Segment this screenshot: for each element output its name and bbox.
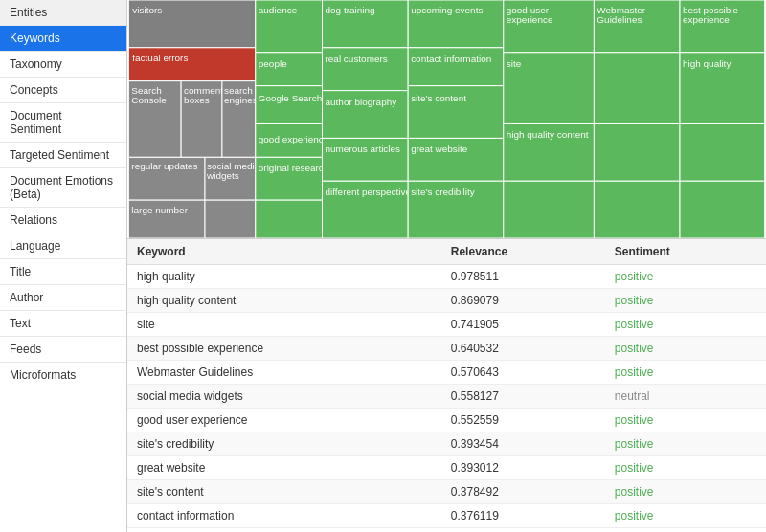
svg-text:Console: Console [131,95,167,105]
sentiment-cell: positive [605,361,766,385]
relevance-cell: 0.393454 [441,432,605,456]
sidebar-item-document-emotions-beta[interactable]: Document Emotions (Beta) [0,168,126,208]
sidebar-item-author[interactable]: Author [0,285,126,311]
relevance-cell: 0.978511 [441,265,605,289]
relevance-cell: 0.552559 [441,409,605,432]
svg-text:Google Search: Google Search [259,93,322,103]
svg-text:numerous articles: numerous articles [326,144,401,154]
svg-text:good experience: good experience [259,134,329,144]
svg-text:site's content: site's content [411,93,466,103]
svg-rect-20 [205,200,256,238]
svg-rect-64 [594,123,680,181]
treemap-area: visitors factual errors Search Console c… [127,0,766,239]
keyword-cell: social media widgets [127,385,441,409]
svg-text:engines: engines [224,95,258,105]
sidebar: EntitiesKeywordsTaxonomyConceptsDocument… [0,0,127,532]
keyword-cell: site's content [127,480,441,504]
sidebar-item-relations[interactable]: Relations [0,208,126,233]
svg-rect-65 [594,181,680,238]
svg-text:regular updates: regular updates [131,161,197,171]
sidebar-item-entities[interactable]: Entities [0,0,126,26]
main-content: visitors factual errors Search Console c… [127,0,766,532]
keyword-cell: high quality content [127,289,441,313]
sentiment-cell: neutral [605,385,766,409]
svg-text:visitors: visitors [132,5,162,15]
svg-text:high quality content: high quality content [507,129,589,140]
svg-text:experience: experience [683,14,730,25]
sidebar-item-concepts[interactable]: Concepts [0,78,126,103]
table-area: Keyword Relevance Sentiment high quality… [127,239,766,532]
keyword-cell: best possible experience [127,337,441,361]
svg-text:high quality: high quality [683,58,731,69]
relevance-cell: 0.393012 [441,456,605,480]
relevance-cell: 0.741905 [441,313,605,337]
svg-text:people: people [259,58,287,69]
svg-text:Guidelines: Guidelines [597,14,642,25]
svg-text:original research: original research [259,163,329,173]
svg-text:real customers: real customers [326,54,388,64]
svg-text:different perspective: different perspective [326,187,412,197]
keyword-cell: contact information [127,504,441,528]
sentiment-cell: positive [605,289,766,313]
keyword-cell: Webmaster Guidelines [127,361,441,385]
sidebar-item-title[interactable]: Title [0,259,126,285]
sidebar-item-keywords[interactable]: Keywords [0,26,126,52]
col-header-keyword: Keyword [127,239,441,265]
svg-text:experience: experience [507,14,553,25]
svg-text:dog training: dog training [326,5,375,15]
sentiment-cell: positive [605,265,766,289]
svg-text:widgets: widgets [206,170,239,181]
col-header-relevance: Relevance [441,239,605,265]
svg-text:contact information: contact information [411,54,491,64]
sidebar-item-taxonomy[interactable]: Taxonomy [0,52,126,78]
sidebar-item-microformats[interactable]: Microformats [0,363,126,388]
keyword-cell: site [127,313,441,337]
sidebar-item-document-sentiment[interactable]: Document Sentiment [0,103,126,143]
keyword-cell: site's credibility [127,432,441,456]
svg-text:factual errors: factual errors [132,53,188,63]
svg-rect-31 [256,200,323,238]
svg-rect-59 [504,181,595,238]
svg-text:author biography: author biography [326,97,397,107]
svg-text:upcoming events: upcoming events [411,5,483,15]
sentiment-cell: positive [605,432,766,456]
table-row: Webmaster Guidelines 0.570643 positive [127,361,766,385]
relevance-cell: 0.376119 [441,504,605,528]
table-row: site's content 0.378492 positive [127,480,766,504]
keyword-cell: good user experience [127,409,441,432]
table-row: high quality content 0.869079 positive [127,289,766,313]
table-row: contact information 0.376119 positive [127,504,766,528]
svg-text:great website: great website [411,144,468,154]
table-row: great website 0.393012 positive [127,456,766,480]
relevance-cell: 0.558127 [441,385,605,409]
sentiment-cell: positive [605,456,766,480]
sidebar-item-feeds[interactable]: Feeds [0,337,126,363]
sentiment-cell: positive [605,480,766,504]
keyword-cell: great website [127,456,441,480]
svg-rect-72 [680,181,765,238]
table-row: high quality 0.978511 positive [127,265,766,289]
table-row: site's credibility 0.393454 positive [127,432,766,456]
sentiment-cell: positive [605,313,766,337]
svg-text:audience: audience [259,5,298,15]
sidebar-item-language[interactable]: Language [0,233,126,259]
table-row: social media widgets 0.558127 neutral [127,385,766,409]
relevance-cell: 0.570643 [441,361,605,385]
sentiment-cell: positive [605,409,766,432]
table-row: best possible experience 0.640532 positi… [127,337,766,361]
sentiment-cell: positive [605,504,766,528]
svg-text:site: site [507,58,522,69]
svg-rect-71 [680,123,765,181]
keywords-table: Keyword Relevance Sentiment high quality… [127,239,766,528]
table-row: site 0.741905 positive [127,313,766,337]
relevance-cell: 0.640532 [441,337,605,361]
sidebar-item-text[interactable]: Text [0,311,126,337]
col-header-sentiment: Sentiment [605,239,766,265]
sidebar-item-targeted-sentiment[interactable]: Targeted Sentiment [0,143,126,168]
svg-text:site's credibility: site's credibility [411,187,475,197]
table-row: good user experience 0.552559 positive [127,409,766,432]
sentiment-cell: positive [605,337,766,361]
relevance-cell: 0.378492 [441,480,605,504]
keyword-cell: high quality [127,265,441,289]
svg-rect-63 [594,53,680,124]
